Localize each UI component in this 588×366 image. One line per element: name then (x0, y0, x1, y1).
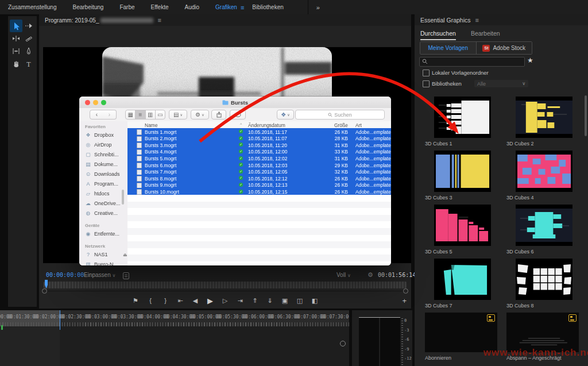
table-row[interactable]: Bursts 3.mogrt✓10.05.2018, 11:2031 KBAdo… (127, 141, 391, 148)
group-by-button[interactable]: ▤∨ (169, 110, 187, 120)
sidebar-item-dokume[interactable]: ▤Dokume... (85, 161, 118, 167)
panel-menu-icon[interactable]: ≡ (158, 17, 161, 24)
eg-scrollbar-thumb[interactable] (585, 95, 587, 136)
action-gear-button[interactable]: ⚙∨ (191, 110, 209, 120)
forward-button[interactable]: › (103, 110, 117, 120)
hand-tool[interactable] (10, 57, 22, 70)
export-frame-button[interactable]: ▣ (281, 297, 289, 305)
program-zoom-scrollbar[interactable] (44, 291, 407, 291)
back-button[interactable]: ‹ (90, 110, 104, 120)
lift-button[interactable]: ⇑ (252, 297, 259, 305)
type-tool[interactable]: T (22, 57, 35, 70)
template-thumbnail[interactable] (506, 313, 579, 352)
extract-button[interactable]: ⇓ (266, 297, 274, 305)
coverflow-view-button[interactable]: ▭ (156, 110, 165, 119)
sidebar-scrollbar[interactable] (122, 190, 124, 205)
column-view-button[interactable]: ▥ (146, 110, 156, 119)
tags-button[interactable] (230, 110, 246, 120)
template-thumbnail[interactable] (516, 97, 572, 138)
multi-camera-button[interactable]: ◧ (311, 297, 319, 305)
finder-window[interactable]: Bursts ‹ › ▦ ≡ ▥ ▭ ▤∨ ⚙∨ ❖∨ (79, 97, 391, 265)
fit-dropdown[interactable]: Einpassen ∨ (84, 272, 115, 278)
sidebar-item-downloads[interactable]: ⊙Downloads (85, 171, 120, 177)
current-timecode[interactable]: 00:00:00:00 (46, 272, 84, 278)
razor-tool[interactable] (22, 32, 35, 45)
menu-item-grafiken[interactable]: Grafiken (207, 4, 245, 10)
table-row[interactable]: Bursts 5.mogrt✓10.05.2018, 12:0231 KBAdo… (127, 155, 391, 161)
mark-in-button[interactable]: { (147, 297, 154, 304)
sidebar-item-program[interactable]: AProgram... (85, 181, 118, 187)
play-button[interactable]: ▶ (207, 296, 214, 305)
sidebar-item-creative[interactable]: ◍Creative... (85, 210, 118, 216)
resolution-indicator-icon[interactable] (123, 272, 129, 279)
timeline-ruler[interactable]: 00:01:00:0000:01:30:0000:02:00:0000:02:3… (0, 310, 349, 326)
table-row[interactable]: Bursts 2.mogrt✓10.05.2018, 11:0728 KBAdo… (127, 135, 391, 142)
sidebar-item-entfernte[interactable]: ◉Entfernte... (85, 231, 119, 237)
slip-tool[interactable] (10, 45, 22, 57)
mark-out-button[interactable]: } (162, 297, 169, 304)
track-select-forward-tool[interactable] (22, 20, 35, 32)
dropbox-menu-button[interactable]: ❖∨ (277, 110, 294, 120)
template-thumbnail[interactable] (434, 205, 491, 246)
finder-search-field[interactable]: Suchen (295, 110, 385, 120)
menu-item-bibliotheken-host[interactable]: Bibliotheken (244, 4, 291, 10)
go-to-out-button[interactable]: ⇥ (237, 297, 244, 305)
table-row[interactable]: Bursts 7.mogrt✓10.05.2018, 12:0532 KBAdo… (127, 168, 391, 175)
table-row[interactable]: Bursts 4.mogrt✓10.05.2018, 12:0033 KBAdo… (127, 148, 391, 155)
table-row[interactable]: Bursts 9.mogrt✓10.05.2018, 12:1326 KBAdo… (127, 182, 391, 188)
template-thumbnail[interactable] (434, 151, 491, 192)
template-thumbnail[interactable] (434, 97, 491, 138)
sidebar-item-nas1[interactable]: ?NAS1⏏ (85, 252, 108, 257)
finder-titlebar[interactable]: Bursts (79, 97, 391, 109)
sidebar-item-htdocs[interactable]: ▱htdocs (85, 191, 110, 197)
menu-item-bearbeitung[interactable]: Bearbeitung (64, 4, 111, 10)
timeline-scrollbar-handle[interactable] (340, 341, 346, 346)
workspace-overflow-button[interactable]: » (316, 4, 320, 11)
playback-resolution-dropdown[interactable]: Voll ∨ (336, 272, 351, 278)
column-date[interactable]: Änderungsdatum (248, 122, 285, 128)
template-thumbnail[interactable] (516, 205, 572, 246)
sidebar-item-onedrive[interactable]: ☁OneDrive... (85, 201, 121, 206)
comparison-view-button[interactable]: ◫ (296, 297, 304, 305)
share-button[interactable] (211, 110, 226, 120)
close-window-button[interactable] (85, 100, 90, 105)
step-forward-button[interactable]: ▷ (222, 297, 229, 305)
table-row[interactable]: Bursts 1.mogrt✓10.05.2018, 11:1726 KBAdo… (127, 128, 391, 135)
program-monitor-header[interactable]: Programm: 2019-05_ ≡ (39, 14, 411, 26)
settings-wrench-icon[interactable]: ⚙ (368, 271, 373, 279)
template-thumbnail[interactable] (516, 259, 572, 300)
icon-view-button[interactable]: ▦ (126, 110, 136, 119)
list-view-button[interactable]: ≡ (136, 110, 145, 119)
eject-icon[interactable]: ⏏ (123, 252, 127, 257)
zoom-handle-left[interactable] (42, 288, 47, 294)
ripple-edit-tool[interactable] (10, 32, 22, 45)
table-row[interactable]: Bursts 6.mogrt✓10.05.2018, 12:0329 KBAdo… (127, 161, 391, 168)
sidebar-item-bueron[interactable]: ▥Buero-N... (85, 261, 118, 265)
table-row[interactable]: Bursts 10.mogrt✓10.05.2018, 12:1526 KBAd… (127, 188, 391, 195)
marker-button[interactable]: ⚑ (132, 297, 140, 305)
template-thumbnail[interactable] (434, 259, 491, 300)
zoom-handle-right[interactable] (403, 288, 408, 294)
minimize-window-button[interactable] (93, 100, 98, 105)
menu-item-zusammenstellung[interactable]: Zusammenstellung (0, 4, 64, 10)
menu-item-audio[interactable]: Audio (177, 4, 208, 10)
program-scrubber[interactable] (44, 282, 407, 288)
go-to-in-button[interactable]: ⇤ (177, 297, 184, 305)
column-kind[interactable]: Art (355, 122, 362, 128)
maximize-window-button[interactable] (101, 100, 106, 105)
column-size[interactable]: Größe (314, 122, 348, 128)
column-name[interactable]: Name (145, 122, 158, 128)
template-thumbnail[interactable] (516, 151, 572, 192)
button-editor-plus[interactable]: + (402, 296, 407, 305)
sidebar-item-schreibti[interactable]: ▢Schreibti... (85, 152, 119, 157)
menu-item-effekte[interactable]: Effekte (143, 4, 177, 10)
timeline-playhead[interactable] (60, 310, 60, 330)
step-back-button[interactable]: ◀ (192, 297, 199, 305)
sidebar-item-dropbox[interactable]: ❖Dropbox (85, 132, 114, 138)
selection-tool[interactable] (10, 20, 22, 32)
table-row[interactable]: Bursts 8.mogrt✓10.05.2018, 12:1226 KBAdo… (127, 175, 391, 182)
pen-tool[interactable] (22, 45, 35, 57)
sidebar-item-airdrop[interactable]: ◎AirDrop (85, 142, 112, 148)
template-thumbnail[interactable] (425, 313, 497, 352)
menu-item-farbe[interactable]: Farbe (111, 4, 142, 10)
